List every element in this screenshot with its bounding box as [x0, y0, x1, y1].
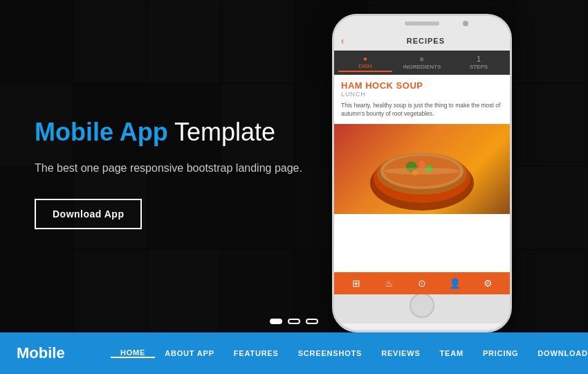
- phone-camera: [463, 21, 468, 26]
- nav-people-icon: 👤: [439, 278, 472, 289]
- slider-dot-1[interactable]: [270, 319, 282, 324]
- nav-chef-icon: ♨: [373, 278, 406, 289]
- nav-link-download[interactable]: DOWNLOAD: [528, 349, 588, 357]
- app-header: ‹ RECIPES: [334, 31, 510, 51]
- hero-section: Mobile App Template The best one page re…: [0, 0, 588, 332]
- app-nav-tabs: ● DISH ≡ INGREDIENTS 1 STEPS: [334, 51, 510, 75]
- nav-link-reviews[interactable]: REVIEWS: [371, 349, 430, 357]
- phone-mockup: ‹ RECIPES ● DISH ≡ INGREDIENTS: [332, 14, 512, 332]
- nav-link-pricing[interactable]: PRICING: [473, 349, 528, 357]
- phone-screen: ‹ RECIPES ● DISH ≡ INGREDIENTS: [334, 31, 510, 287]
- bowl-illustration: [353, 131, 491, 214]
- app-screen-title: RECIPES: [349, 37, 503, 45]
- phone-frame: ‹ RECIPES ● DISH ≡ INGREDIENTS: [332, 14, 512, 332]
- slider-dots: [270, 319, 318, 324]
- nav-link-home[interactable]: HOME: [111, 348, 155, 358]
- hero-content: Mobile App Template The best one page re…: [0, 0, 588, 332]
- slider-dot-3[interactable]: [306, 319, 318, 324]
- tab-ingredients-label: INGREDIENTS: [403, 64, 441, 70]
- hero-title-highlight: Mobile App: [35, 118, 168, 146]
- tab-dish-label: DISH: [358, 63, 371, 69]
- phone-top-bar: [334, 16, 510, 31]
- tab-steps-label: STEPS: [470, 64, 488, 70]
- nav-link-screenshots[interactable]: SCREENSHOTS: [288, 349, 372, 357]
- app-recipe-info: HAM HOCK SOUP LUNCH This hearty, healthy…: [334, 75, 510, 124]
- nav-link-features[interactable]: FEATURES: [224, 349, 288, 357]
- hero-subtitle: The best one page responsive bootstrap l…: [35, 160, 332, 177]
- slider-dot-2[interactable]: [288, 319, 300, 324]
- download-app-button[interactable]: Download App: [35, 199, 142, 229]
- hero-title: Mobile App Template: [35, 117, 332, 147]
- steps-icon: 1: [453, 55, 504, 63]
- nav-link-about[interactable]: ABOUT APP: [155, 349, 224, 357]
- recipe-name: HAM HOCK SOUP: [341, 80, 503, 91]
- hero-title-rest: Template: [168, 118, 275, 146]
- app-tab-ingredients: ≡ INGREDIENTS: [395, 54, 449, 71]
- nav-fork-icon: ⊙: [405, 278, 439, 289]
- app-tab-dish: ● DISH: [338, 53, 392, 72]
- back-icon: ‹: [341, 35, 344, 46]
- nav-settings-icon: ⚙: [471, 278, 504, 289]
- ingredients-icon: ≡: [396, 55, 448, 63]
- home-button: [410, 293, 434, 318]
- nav-brand[interactable]: Mobile: [0, 344, 111, 362]
- dish-icon: ●: [340, 55, 391, 62]
- app-tab-steps: 1 STEPS: [452, 54, 506, 71]
- app-bottom-nav: ⊞ ♨ ⊙ 👤 ⚙: [334, 272, 510, 294]
- nav-grid-icon: ⊞: [340, 278, 373, 289]
- phone-speaker: [405, 21, 439, 26]
- recipe-description: This hearty, healthy soup is just the th…: [341, 102, 503, 118]
- recipe-type: LUNCH: [341, 91, 503, 98]
- bottom-navbar: Mobile HOME ABOUT APP FEATURES SCREENSHO…: [0, 332, 588, 374]
- svg-point-7: [419, 161, 425, 168]
- svg-point-9: [384, 168, 460, 175]
- nav-link-team[interactable]: TEAM: [430, 349, 473, 357]
- nav-links: HOME ABOUT APP FEATURES SCREENSHOTS REVI…: [111, 348, 588, 358]
- hero-text-block: Mobile App Template The best one page re…: [35, 103, 332, 229]
- recipe-image: [334, 124, 510, 214]
